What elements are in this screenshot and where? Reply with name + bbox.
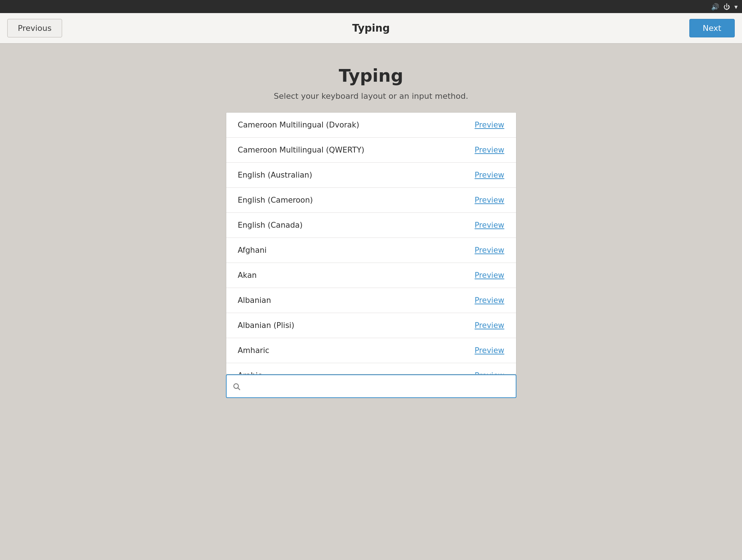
keyboard-layout-name: Amharic: [238, 346, 269, 355]
preview-link[interactable]: Preview: [475, 221, 504, 230]
previous-button[interactable]: Previous: [7, 19, 62, 37]
keyboard-layout-name: Arabic: [238, 371, 262, 374]
preview-link[interactable]: Preview: [475, 171, 504, 179]
preview-link[interactable]: Preview: [475, 146, 504, 154]
volume-icon[interactable]: 🔊: [711, 3, 719, 11]
preview-link[interactable]: Preview: [475, 321, 504, 330]
list-item[interactable]: AmharicPreview: [226, 338, 516, 363]
power-icon[interactable]: ⏻: [723, 3, 730, 11]
preview-link[interactable]: Preview: [475, 271, 504, 280]
keyboard-list-scroll[interactable]: Cameroon Multilingual (Dvorak)PreviewCam…: [226, 113, 516, 374]
list-item[interactable]: Cameroon Multilingual (QWERTY)Preview: [226, 138, 516, 163]
keyboard-layout-name: Akan: [238, 271, 257, 280]
list-item[interactable]: English (Cameroon)Preview: [226, 188, 516, 213]
preview-link[interactable]: Preview: [475, 296, 504, 305]
list-item[interactable]: ArabicPreview: [226, 363, 516, 374]
list-item[interactable]: English (Canada)Preview: [226, 213, 516, 238]
page-title: Typing: [339, 65, 404, 86]
list-item[interactable]: English (Australian)Preview: [226, 163, 516, 188]
search-icon: [232, 382, 240, 390]
menu-icon[interactable]: ▾: [734, 3, 738, 11]
main-content: Typing Select your keyboard layout or an…: [0, 44, 742, 398]
keyboard-list-container: Cameroon Multilingual (Dvorak)PreviewCam…: [226, 112, 516, 374]
list-item[interactable]: AlbanianPreview: [226, 288, 516, 313]
next-button[interactable]: Next: [689, 19, 735, 37]
keyboard-layout-name: English (Australian): [238, 171, 312, 179]
preview-link[interactable]: Preview: [475, 196, 504, 204]
search-input[interactable]: [244, 375, 510, 397]
page-subtitle: Select your keyboard layout or an input …: [274, 92, 468, 101]
keyboard-layout-name: Albanian (Plisi): [238, 321, 295, 330]
header-title: Typing: [352, 22, 390, 34]
header: Previous Typing Next: [0, 13, 742, 44]
list-item[interactable]: Cameroon Multilingual (Dvorak)Preview: [226, 113, 516, 138]
keyboard-layout-name: Cameroon Multilingual (Dvorak): [238, 121, 360, 129]
keyboard-layout-name: English (Cameroon): [238, 196, 313, 204]
keyboard-layout-name: Albanian: [238, 296, 271, 305]
search-container: [226, 374, 516, 398]
list-item[interactable]: AfghaniPreview: [226, 238, 516, 263]
keyboard-layout-name: English (Canada): [238, 221, 303, 230]
preview-link[interactable]: Preview: [475, 346, 504, 355]
keyboard-layout-name: Cameroon Multilingual (QWERTY): [238, 146, 365, 154]
titlebar: 🔊 ⏻ ▾: [0, 0, 742, 13]
preview-link[interactable]: Preview: [475, 246, 504, 255]
keyboard-layout-name: Afghani: [238, 246, 267, 255]
list-item[interactable]: Albanian (Plisi)Preview: [226, 313, 516, 338]
list-item[interactable]: AkanPreview: [226, 263, 516, 288]
preview-link[interactable]: Preview: [475, 371, 504, 374]
preview-link[interactable]: Preview: [475, 121, 504, 129]
svg-line-1: [238, 388, 240, 390]
